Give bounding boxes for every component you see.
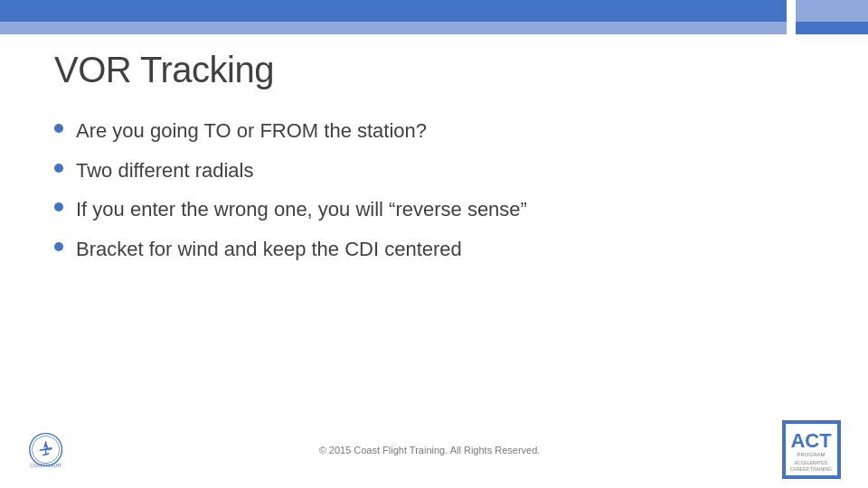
bullet-list: Are you going TO or FROM the station? Tw… [54, 117, 814, 263]
top-bar-accent [796, 0, 868, 22]
top-bar-main [0, 0, 787, 22]
bullet-text: If you enter the wrong one, you will “re… [76, 196, 527, 223]
slide-title: VOR Tracking [54, 50, 814, 90]
bullet-dot [54, 202, 63, 211]
svg-text:CAREER TRAINING: CAREER TRAINING [790, 466, 832, 472]
svg-text:COAST FLIGHT: COAST FLIGHT [30, 464, 61, 468]
svg-text:ACT: ACT [790, 429, 832, 452]
top-bar-secondary [0, 22, 787, 34]
bullet-text: Are you going TO or FROM the station? [76, 117, 427, 145]
act-logo: ACT PROGRAM ACCELERATED CAREER TRAINING [782, 420, 841, 479]
bullet-dot [54, 164, 63, 173]
list-item: Bracket for wind and keep the CDI center… [54, 236, 814, 263]
list-item: Are you going TO or FROM the station? [54, 117, 814, 145]
footer-copyright: © 2015 Coast Flight Training. All Rights… [319, 445, 541, 455]
svg-text:PROGRAM: PROGRAM [797, 452, 825, 457]
bullet-dot [54, 242, 63, 251]
act-logo-icon: ACT PROGRAM ACCELERATED CAREER TRAINING [784, 422, 839, 477]
svg-rect-5 [45, 448, 46, 455]
bullet-text: Two different radials [76, 157, 253, 184]
svg-marker-2 [43, 440, 49, 448]
list-item: Two different radials [54, 157, 814, 184]
top-bar-accent2 [796, 22, 868, 34]
copyright-text: © 2015 Coast Flight Training. All Rights… [319, 445, 541, 455]
svg-text:ACCELERATED: ACCELERATED [795, 460, 828, 465]
bullet-dot [54, 124, 63, 133]
list-item: If you enter the wrong one, you will “re… [54, 196, 814, 223]
slide: VOR Tracking Are you going TO or FROM th… [0, 0, 868, 488]
bullet-text: Bracket for wind and keep the CDI center… [76, 236, 462, 263]
coast-flight-logo-icon: COAST FLIGHT [27, 429, 77, 470]
footer: COAST FLIGHT © 2015 Coast Flight Trainin… [0, 420, 868, 479]
top-bar-container [0, 0, 868, 34]
slide-content: VOR Tracking Are you going TO or FROM th… [54, 50, 814, 416]
coast-flight-logo-container: COAST FLIGHT [27, 429, 77, 470]
